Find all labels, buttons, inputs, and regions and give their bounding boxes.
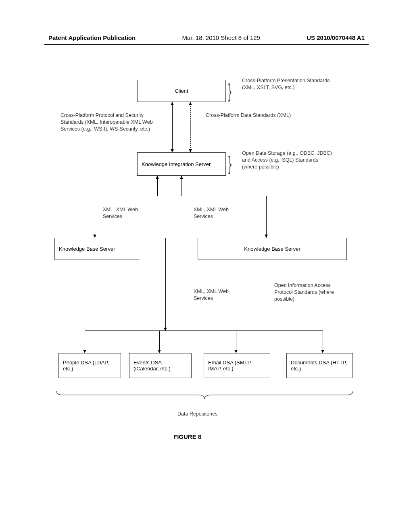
header-mid: Mar. 18, 2010 Sheet 8 of 129	[182, 34, 260, 41]
data-repos-caption: Data Repositories	[177, 411, 217, 417]
docs-dsa-box: Documents DSA (HTTP, etc.)	[286, 353, 353, 378]
arrow-head-dsa-3	[234, 350, 238, 353]
kis-label: Knowledge Integration Server	[142, 161, 211, 167]
brace-kis: }	[228, 154, 232, 173]
arrow-head-down-3	[93, 235, 96, 238]
people-dsa-box: People DSA (LDAP, etc.)	[58, 353, 121, 378]
label-protocol: Cross-Platform Protocol and Security Sta…	[60, 112, 163, 133]
arrow-head-up-2	[189, 102, 192, 105]
arrow-head-dsa-4	[321, 350, 324, 353]
people-dsa-label: People DSA (LDAP, etc.)	[63, 360, 117, 372]
arrow-head-down-1	[171, 149, 174, 152]
header-divider	[44, 44, 369, 45]
label-xml-left: XML, XML Web Services	[103, 206, 155, 220]
kbs-right-label: Knowledge Base Server	[244, 246, 300, 252]
header-left: Patent Application Publication	[48, 34, 136, 41]
arrow-head-up-4	[180, 176, 183, 179]
line-h-left	[95, 196, 158, 196]
label-kis-right: Open Data Storage (e.g., ODBC, JDBC) and…	[242, 150, 333, 170]
line-h-right	[181, 196, 266, 196]
line-fan-h	[85, 330, 323, 331]
line-fan-v4	[323, 330, 323, 353]
email-dsa-box: Email DSA (SMTP, IMAP, etc.)	[204, 353, 270, 378]
label-open-info: Open Information Access Protocol Standar…	[274, 282, 335, 303]
kbs-right-box: Knowledge Base Server	[198, 238, 347, 260]
line-mid-down	[165, 238, 166, 330]
header-right: US 2010/0070448 A1	[307, 34, 365, 41]
figure-diagram: Client } Cross-Platform Presentation Sta…	[44, 73, 371, 476]
arrow-head-down-4	[265, 235, 268, 238]
kbs-left-box: Knowledge Base Server	[54, 238, 139, 260]
events-dsa-box: Events DSA (iCalendar, etc.)	[129, 353, 192, 378]
arrow-client-kis-left	[172, 102, 173, 152]
client-label: Client	[175, 88, 188, 94]
email-dsa-label: Email DSA (SMTP, IMAP, etc.)	[208, 360, 266, 372]
client-box: Client	[137, 80, 226, 102]
arrow-client-kis-right	[190, 102, 191, 152]
brace-client: }	[228, 81, 232, 101]
label-client-right: Cross-Platform Presentation Standards (X…	[242, 77, 331, 91]
line-v-right-down	[266, 196, 267, 238]
line-fan-v3	[236, 330, 236, 353]
line-v-left-down	[95, 196, 95, 238]
kis-box: Knowledge Integration Server	[137, 152, 226, 176]
events-dsa-label: Events DSA (iCalendar, etc.)	[133, 360, 187, 372]
figure-title: FIGURE 8	[173, 433, 201, 440]
label-xml-bottom: XML, XML Web Services	[194, 288, 246, 302]
line-fan-v1	[85, 330, 85, 353]
line-fan-v2	[159, 330, 160, 353]
label-data-standards: Cross-Platform Data Standards (XML)	[206, 112, 311, 119]
arrow-head-dsa-1	[83, 350, 86, 353]
arrow-head-dsa-2	[158, 350, 161, 353]
kbs-left-label: Knowledge Base Server	[59, 246, 115, 252]
bottom-brace	[54, 390, 355, 400]
docs-dsa-label: Documents DSA (HTTP, etc.)	[291, 360, 348, 372]
label-xml-right: XML, XML Web Services	[194, 206, 246, 220]
arrow-head-up-1	[171, 102, 174, 105]
arrow-head-up-3	[156, 176, 159, 179]
arrow-head-down-2	[189, 149, 192, 152]
